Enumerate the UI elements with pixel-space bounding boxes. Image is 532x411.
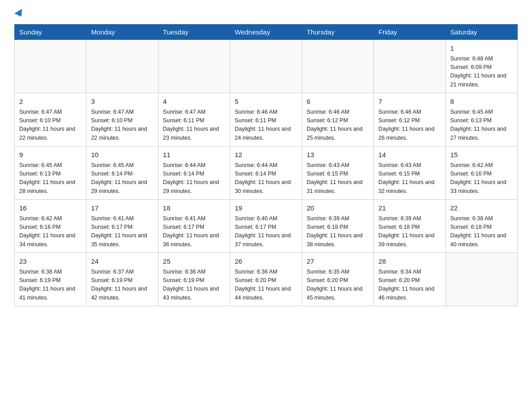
calendar-cell (302, 40, 373, 93)
calendar-cell: 6Sunrise: 6:46 AMSunset: 6:12 PMDaylight… (302, 93, 373, 146)
day-number: 24 (91, 257, 153, 267)
calendar-cell: 13Sunrise: 6:43 AMSunset: 6:15 PMDayligh… (302, 146, 373, 200)
day-info: Sunrise: 6:34 AMSunset: 6:20 PMDaylight:… (378, 268, 441, 303)
calendar-cell (158, 40, 230, 93)
day-header-sunday: Sunday (15, 25, 86, 40)
day-number: 28 (378, 257, 441, 267)
day-number: 20 (307, 203, 369, 214)
day-info: Sunrise: 6:42 AMSunset: 6:16 PMDaylight:… (19, 214, 82, 249)
day-number: 12 (235, 150, 297, 160)
day-number: 26 (235, 257, 297, 267)
calendar-cell: 25Sunrise: 6:36 AMSunset: 6:19 PMDayligh… (158, 253, 230, 306)
calendar-cell: 9Sunrise: 6:45 AMSunset: 6:13 PMDaylight… (15, 146, 86, 200)
day-header-friday: Friday (374, 25, 446, 40)
day-info: Sunrise: 6:45 AMSunset: 6:13 PMDaylight:… (450, 108, 513, 143)
calendar-cell: 24Sunrise: 6:37 AMSunset: 6:19 PMDayligh… (86, 253, 158, 306)
day-info: Sunrise: 6:35 AMSunset: 6:20 PMDaylight:… (307, 268, 369, 303)
day-header-tuesday: Tuesday (158, 25, 230, 40)
day-number: 21 (378, 203, 441, 214)
day-number: 22 (450, 203, 513, 214)
day-header-wednesday: Wednesday (230, 25, 302, 40)
day-info: Sunrise: 6:44 AMSunset: 6:14 PMDaylight:… (163, 161, 225, 196)
week-row-5: 23Sunrise: 6:38 AMSunset: 6:19 PMDayligh… (15, 253, 518, 306)
calendar-cell: 18Sunrise: 6:41 AMSunset: 6:17 PMDayligh… (158, 200, 230, 253)
day-info: Sunrise: 6:46 AMSunset: 6:11 PMDaylight:… (235, 108, 297, 143)
week-row-3: 9Sunrise: 6:45 AMSunset: 6:13 PMDaylight… (15, 146, 518, 200)
day-number: 23 (19, 257, 82, 267)
day-number: 14 (378, 150, 441, 160)
calendar-table: SundayMondayTuesdayWednesdayThursdayFrid… (14, 24, 518, 306)
calendar-cell: 1Sunrise: 6:48 AMSunset: 6:09 PMDaylight… (446, 40, 517, 93)
calendar-cell (446, 253, 517, 306)
calendar-cell: 14Sunrise: 6:43 AMSunset: 6:15 PMDayligh… (374, 146, 446, 200)
calendar-cell: 15Sunrise: 6:42 AMSunset: 6:16 PMDayligh… (446, 146, 517, 200)
calendar-cell: 27Sunrise: 6:35 AMSunset: 6:20 PMDayligh… (302, 253, 373, 306)
calendar-cell (15, 40, 86, 93)
day-info: Sunrise: 6:36 AMSunset: 6:19 PMDaylight:… (163, 268, 225, 303)
day-number: 8 (450, 97, 513, 107)
calendar-cell: 8Sunrise: 6:45 AMSunset: 6:13 PMDaylight… (446, 93, 517, 146)
day-info: Sunrise: 6:43 AMSunset: 6:15 PMDaylight:… (307, 161, 369, 196)
logo (14, 11, 24, 17)
day-info: Sunrise: 6:39 AMSunset: 6:18 PMDaylight:… (307, 214, 369, 249)
calendar-cell (86, 40, 158, 93)
day-info: Sunrise: 6:39 AMSunset: 6:18 PMDaylight:… (378, 214, 441, 249)
calendar-cell (374, 40, 446, 93)
day-info: Sunrise: 6:37 AMSunset: 6:19 PMDaylight:… (91, 268, 153, 303)
calendar-cell: 19Sunrise: 6:40 AMSunset: 6:17 PMDayligh… (230, 200, 302, 253)
day-info: Sunrise: 6:36 AMSunset: 6:20 PMDaylight:… (235, 268, 297, 303)
calendar-cell: 17Sunrise: 6:41 AMSunset: 6:17 PMDayligh… (86, 200, 158, 253)
day-number: 2 (19, 97, 82, 107)
calendar-cell: 28Sunrise: 6:34 AMSunset: 6:20 PMDayligh… (374, 253, 446, 306)
day-number: 5 (235, 97, 297, 107)
day-number: 6 (307, 97, 369, 107)
day-info: Sunrise: 6:43 AMSunset: 6:15 PMDaylight:… (378, 161, 441, 196)
calendar-cell: 4Sunrise: 6:47 AMSunset: 6:11 PMDaylight… (158, 93, 230, 146)
calendar-cell: 10Sunrise: 6:45 AMSunset: 6:14 PMDayligh… (86, 146, 158, 200)
calendar-header-row: SundayMondayTuesdayWednesdayThursdayFrid… (15, 25, 518, 40)
day-header-monday: Monday (86, 25, 158, 40)
day-info: Sunrise: 6:42 AMSunset: 6:16 PMDaylight:… (450, 161, 513, 196)
day-info: Sunrise: 6:48 AMSunset: 6:09 PMDaylight:… (450, 55, 513, 90)
page-header (14, 11, 518, 17)
day-info: Sunrise: 6:46 AMSunset: 6:12 PMDaylight:… (378, 108, 441, 143)
day-number: 9 (19, 150, 82, 160)
day-info: Sunrise: 6:45 AMSunset: 6:13 PMDaylight:… (19, 161, 82, 196)
calendar-cell: 5Sunrise: 6:46 AMSunset: 6:11 PMDaylight… (230, 93, 302, 146)
day-number: 3 (91, 97, 153, 107)
day-number: 18 (163, 203, 225, 214)
calendar-cell (230, 40, 302, 93)
day-info: Sunrise: 6:44 AMSunset: 6:14 PMDaylight:… (235, 161, 297, 196)
week-row-2: 2Sunrise: 6:47 AMSunset: 6:10 PMDaylight… (15, 93, 518, 146)
calendar-cell: 21Sunrise: 6:39 AMSunset: 6:18 PMDayligh… (374, 200, 446, 253)
day-number: 16 (19, 203, 82, 214)
day-number: 7 (378, 97, 441, 107)
day-number: 27 (307, 257, 369, 267)
day-number: 11 (163, 150, 225, 160)
calendar-cell: 22Sunrise: 6:38 AMSunset: 6:18 PMDayligh… (446, 200, 517, 253)
day-info: Sunrise: 6:46 AMSunset: 6:12 PMDaylight:… (307, 108, 369, 143)
day-number: 10 (91, 150, 153, 160)
day-info: Sunrise: 6:45 AMSunset: 6:14 PMDaylight:… (91, 161, 153, 196)
calendar-cell: 3Sunrise: 6:47 AMSunset: 6:10 PMDaylight… (86, 93, 158, 146)
calendar-cell: 11Sunrise: 6:44 AMSunset: 6:14 PMDayligh… (158, 146, 230, 200)
day-info: Sunrise: 6:47 AMSunset: 6:10 PMDaylight:… (91, 108, 153, 143)
calendar-cell: 2Sunrise: 6:47 AMSunset: 6:10 PMDaylight… (15, 93, 86, 146)
calendar-cell: 23Sunrise: 6:38 AMSunset: 6:19 PMDayligh… (15, 253, 86, 306)
calendar-cell: 26Sunrise: 6:36 AMSunset: 6:20 PMDayligh… (230, 253, 302, 306)
day-header-saturday: Saturday (446, 25, 517, 40)
day-number: 13 (307, 150, 369, 160)
calendar-cell: 7Sunrise: 6:46 AMSunset: 6:12 PMDaylight… (374, 93, 446, 146)
logo-triangle-icon (14, 9, 25, 19)
day-number: 4 (163, 97, 225, 107)
day-info: Sunrise: 6:47 AMSunset: 6:11 PMDaylight:… (163, 108, 225, 143)
day-header-thursday: Thursday (302, 25, 373, 40)
day-number: 17 (91, 203, 153, 214)
day-number: 19 (235, 203, 297, 214)
day-number: 25 (163, 257, 225, 267)
day-number: 15 (450, 150, 513, 160)
day-info: Sunrise: 6:40 AMSunset: 6:17 PMDaylight:… (235, 214, 297, 249)
day-number: 1 (450, 43, 513, 54)
day-info: Sunrise: 6:41 AMSunset: 6:17 PMDaylight:… (91, 214, 153, 249)
calendar-cell: 20Sunrise: 6:39 AMSunset: 6:18 PMDayligh… (302, 200, 373, 253)
